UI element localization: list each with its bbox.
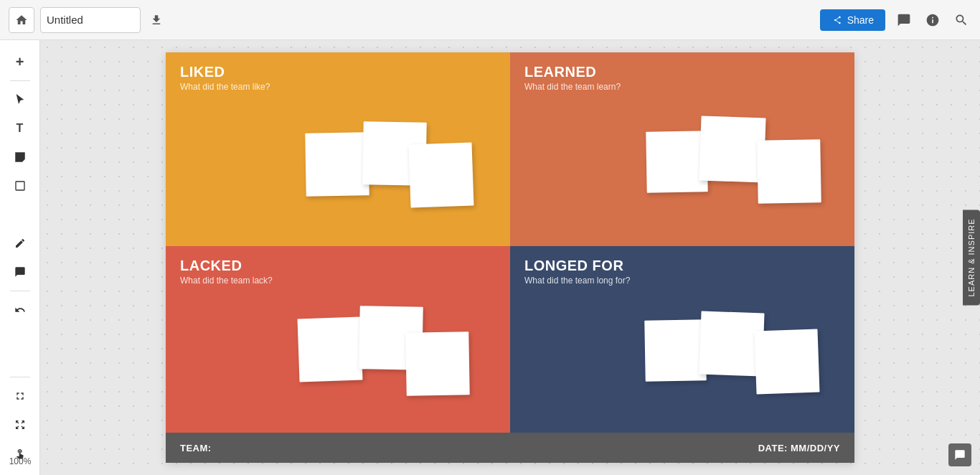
pen-tool[interactable] xyxy=(7,230,33,256)
info-icon[interactable] xyxy=(923,10,943,30)
svg-line-3 xyxy=(836,17,839,19)
footer-date: DATE: MM/DD/YY xyxy=(758,443,840,453)
sticky-tool[interactable] xyxy=(7,144,33,170)
retro-grid: LIKED What did the team like? LEARNED Wh… xyxy=(166,52,854,433)
sticky-note[interactable] xyxy=(405,331,470,396)
left-toolbar: + T 100% xyxy=(0,40,40,475)
svg-point-2 xyxy=(839,22,841,24)
liked-subtitle: What did the team like? xyxy=(180,82,496,92)
arrow-tool[interactable] xyxy=(7,202,33,227)
liked-title: LIKED xyxy=(180,64,496,80)
document-title[interactable]: Untitled xyxy=(47,14,83,26)
fit-screen-tool[interactable] xyxy=(7,383,33,409)
expand-tool[interactable] xyxy=(7,412,33,438)
canvas-area[interactable]: LIKED What did the team like? LEARNED Wh… xyxy=(40,40,980,475)
learned-quadrant: LEARNED What did the team learn? xyxy=(510,52,854,246)
home-button[interactable] xyxy=(9,7,34,33)
liked-quadrant: LIKED What did the team like? xyxy=(166,52,510,246)
longed-subtitle: What did the team long for? xyxy=(524,276,840,286)
lacked-title: LACKED xyxy=(180,258,496,274)
panel-label: LEARN & INSPIRE xyxy=(967,218,976,296)
learn-inspire-panel[interactable]: LEARN & INSPIRE xyxy=(963,210,980,305)
svg-rect-5 xyxy=(16,182,24,190)
svg-point-0 xyxy=(834,19,837,21)
learned-title: LEARNED xyxy=(524,64,840,80)
retro-footer: TEAM: DATE: MM/DD/YY xyxy=(166,433,854,463)
longed-title: LONGED FOR xyxy=(524,258,840,274)
top-right-actions: Share xyxy=(820,9,971,31)
sticky-note[interactable] xyxy=(408,142,473,207)
search-icon[interactable] xyxy=(951,10,971,30)
zoom-level: 100% xyxy=(0,456,40,466)
longed-quadrant: LONGED FOR What did the team long for? xyxy=(510,246,854,433)
sticky-note[interactable] xyxy=(646,131,707,192)
retro-board: LIKED What did the team like? LEARNED Wh… xyxy=(166,52,854,463)
learned-subtitle: What did the team learn? xyxy=(524,82,840,92)
sticky-note[interactable] xyxy=(297,316,362,382)
longed-stickies xyxy=(510,289,854,418)
footer-team: TEAM: xyxy=(180,443,212,453)
select-tool[interactable] xyxy=(7,87,33,113)
title-area: Untitled xyxy=(40,7,141,33)
sticky-note[interactable] xyxy=(644,319,706,381)
sticky-note[interactable] xyxy=(754,329,819,394)
svg-line-4 xyxy=(836,20,839,22)
svg-point-1 xyxy=(839,16,841,18)
lacked-subtitle: What did the team lack? xyxy=(180,276,496,286)
share-button[interactable]: Share xyxy=(820,9,885,31)
liked-stickies xyxy=(166,103,510,232)
lacked-stickies xyxy=(166,289,510,418)
top-bar: Untitled Share xyxy=(0,0,980,40)
add-tool[interactable]: + xyxy=(7,49,33,75)
chat-icon[interactable] xyxy=(894,10,914,30)
shape-tool[interactable] xyxy=(7,173,33,199)
sticky-note[interactable] xyxy=(757,139,821,204)
bottom-chat-icon[interactable] xyxy=(948,443,971,466)
sticky-note[interactable] xyxy=(699,116,765,182)
export-button[interactable] xyxy=(145,9,168,32)
lacked-quadrant: LACKED What did the team lack? xyxy=(166,246,510,433)
sticky-note[interactable] xyxy=(305,132,369,197)
share-label: Share xyxy=(847,14,874,26)
undo-tool[interactable] xyxy=(7,297,33,323)
text-tool[interactable]: T xyxy=(7,116,33,141)
learned-stickies xyxy=(510,103,854,232)
comment-tool[interactable] xyxy=(7,259,33,285)
